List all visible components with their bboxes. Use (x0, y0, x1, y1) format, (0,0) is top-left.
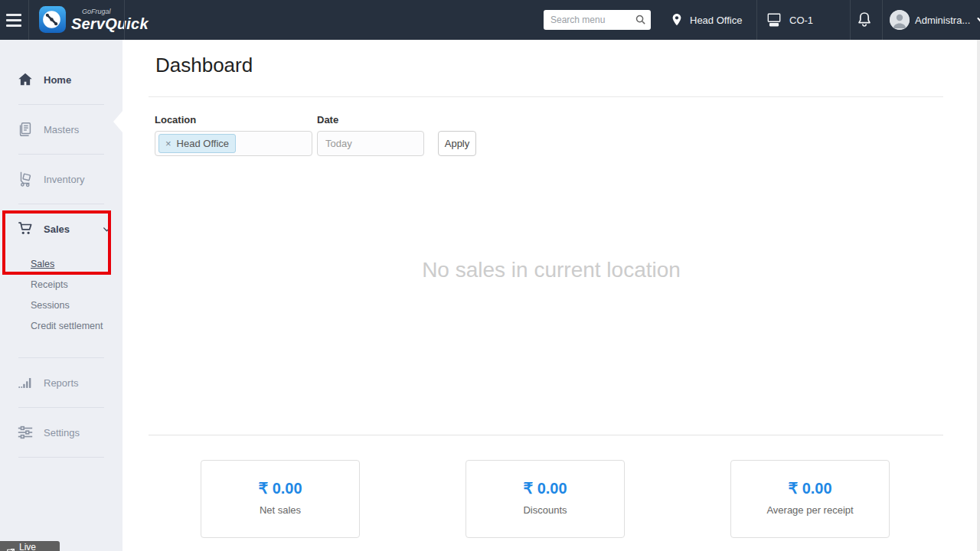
sidebar-item-masters[interactable]: Masters (0, 105, 122, 154)
filter-bar: Location × Head Office Date Apply (155, 114, 980, 156)
net-sales-value: ₹ 0.00 (258, 479, 302, 497)
topbar-divider (124, 0, 125, 40)
apply-button[interactable]: Apply (438, 131, 476, 156)
sidebar-item-home[interactable]: Home (0, 55, 122, 104)
discounts-card: ₹ 0.00 Discounts (466, 460, 625, 538)
settings-icon (17, 424, 34, 441)
topbar-divider (28, 0, 29, 40)
app-logo[interactable]: GoFrugal ServQuick (38, 5, 149, 34)
topbar: GoFrugal ServQuick Head Office C (0, 0, 980, 40)
date-filter: Date (317, 114, 424, 156)
sidebar-item-inventory[interactable]: Inventory (0, 155, 122, 204)
chevron-down-icon (102, 224, 112, 234)
sidebar-item-reports[interactable]: Reports (0, 358, 122, 407)
location-multiselect[interactable]: × Head Office (155, 131, 312, 156)
net-sales-card: ₹ 0.00 Net sales (201, 460, 360, 538)
home-icon (17, 71, 34, 88)
date-input[interactable] (317, 131, 424, 156)
sidebar-item-label: Reports (44, 377, 79, 389)
submenu-item-credit-settlement[interactable]: Credit settlement (31, 315, 122, 336)
chip-label: Head Office (177, 138, 229, 149)
empty-state-message: No sales in current location (122, 258, 980, 282)
reports-icon (17, 374, 34, 391)
discounts-label: Discounts (523, 504, 567, 516)
location-label: Head Office (690, 15, 742, 26)
external-link-icon (5, 548, 15, 551)
chip-remove-icon[interactable]: × (165, 139, 172, 148)
discounts-value: ₹ 0.00 (523, 479, 567, 497)
active-item-notch (113, 111, 122, 132)
topbar-divider (850, 0, 851, 40)
avatar (890, 10, 910, 30)
terminal-selector[interactable]: CO-1 (766, 0, 813, 40)
sidebar-item-label: Settings (44, 427, 80, 439)
location-chip: × Head Office (158, 134, 236, 153)
masters-icon (17, 121, 34, 138)
main-content: Dashboard Location × Head Office Date Ap… (122, 40, 980, 551)
hamburger-icon[interactable] (6, 11, 23, 29)
user-label: Administra... (915, 15, 970, 26)
brand-large: ServQuick (71, 16, 149, 31)
net-sales-label: Net sales (260, 504, 301, 516)
search-icon (635, 14, 646, 25)
live-chat-label: Live Chat (19, 542, 54, 551)
sidebar-item-label: Home (44, 74, 71, 86)
submenu-item-sales[interactable]: Sales (31, 253, 122, 274)
sidebar-item-label: Masters (44, 124, 79, 135)
terminal-icon (766, 12, 782, 28)
sidebar: Home Masters Inventory (0, 40, 122, 551)
location-pin-icon (671, 12, 683, 28)
brand-small: GoFrugal (82, 8, 149, 15)
clock-logo-icon (38, 5, 67, 34)
sidebar-item-sales[interactable]: Sales (0, 204, 122, 253)
topbar-divider (756, 0, 757, 40)
average-per-receipt-value: ₹ 0.00 (788, 479, 831, 497)
location-filter-label: Location (155, 114, 312, 126)
sidebar-item-label: Inventory (44, 174, 84, 185)
menu-search (544, 10, 651, 30)
cards-divider (149, 435, 943, 435)
notifications-button[interactable] (855, 11, 874, 29)
sidebar-item-settings[interactable]: Settings (0, 408, 122, 457)
vertical-scrollbar[interactable] (977, 40, 980, 551)
live-chat-widget[interactable]: Live Chat (0, 541, 60, 551)
bell-icon (855, 11, 874, 29)
title-divider (149, 96, 943, 97)
date-filter-label: Date (317, 114, 424, 126)
location-filter: Location × Head Office (155, 114, 312, 156)
sales-submenu: Sales Receipts Sessions Credit settlemen… (0, 253, 122, 336)
summary-cards: ₹ 0.00 Net sales ₹ 0.00 Discounts ₹ 0.00… (201, 460, 890, 538)
sidebar-divider (18, 457, 104, 458)
cart-icon (17, 220, 34, 237)
topbar-divider (882, 0, 883, 40)
sidebar-item-label: Sales (44, 223, 70, 235)
average-per-receipt-card: ₹ 0.00 Average per receipt (730, 460, 890, 538)
location-selector[interactable]: Head Office (671, 0, 742, 40)
chevron-down-icon (975, 15, 980, 24)
submenu-item-sessions[interactable]: Sessions (31, 295, 122, 315)
inventory-icon (17, 171, 34, 187)
average-per-receipt-label: Average per receipt (766, 504, 853, 516)
user-menu[interactable]: Administra... (890, 0, 980, 40)
page-title: Dashboard (155, 54, 943, 77)
terminal-label: CO-1 (789, 15, 813, 26)
submenu-item-receipts[interactable]: Receipts (31, 274, 122, 295)
